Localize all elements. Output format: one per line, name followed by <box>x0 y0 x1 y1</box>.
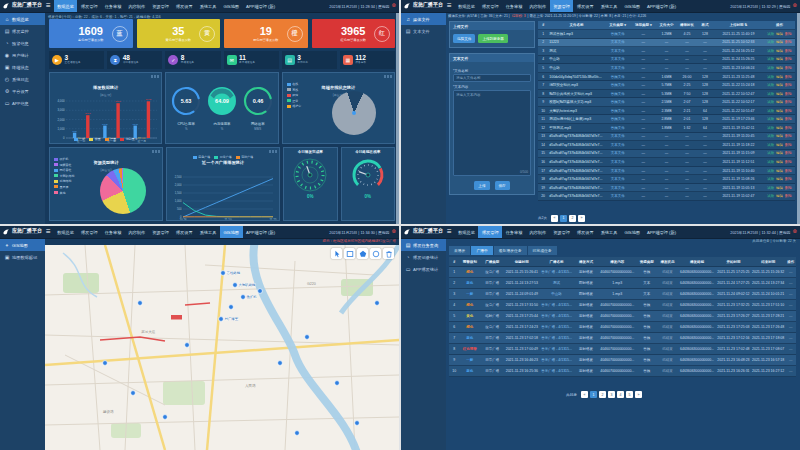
op-删除[interactable]: 删除 <box>785 177 792 181</box>
nav-item-6[interactable]: 播发设置 <box>573 0 597 12</box>
panel-corner-icon[interactable] <box>152 150 160 153</box>
op-编辑[interactable]: 编辑 <box>776 100 783 104</box>
op-试听[interactable]: 试听 <box>767 186 774 190</box>
map-marker[interactable] <box>185 343 190 348</box>
op-删除[interactable]: 删除 <box>785 92 792 96</box>
op-编辑[interactable]: 编辑 <box>776 117 783 121</box>
op-试听[interactable]: 试听 <box>767 109 774 113</box>
op-编辑[interactable]: 编辑 <box>776 32 783 36</box>
menu-toggle-icon[interactable]: ≡ <box>46 228 51 236</box>
page-button-«[interactable]: « <box>551 215 558 222</box>
map-marker[interactable] <box>138 301 143 306</box>
op-删除[interactable]: 删除 <box>785 117 792 121</box>
page-button-2[interactable]: 2 <box>569 215 576 222</box>
panel-corner-icon[interactable] <box>151 75 159 78</box>
op-试听[interactable]: 试听 <box>767 83 774 87</box>
op-编辑[interactable]: 编辑 <box>776 66 783 70</box>
text-content-textarea[interactable]: 请输入文本内容 0/500 <box>453 90 531 176</box>
sidebar-item-7[interactable]: ⚙平台设置 <box>0 85 45 97</box>
sidebar-item-4[interactable]: ◉用户统计 <box>0 49 45 61</box>
table-row-4[interactable]: 4中山路文本文件————2021-11-24 15:26:25试听编辑删除 <box>538 56 795 65</box>
op-删除[interactable]: 删除 <box>785 169 792 173</box>
menu-toggle-icon[interactable]: ≡ <box>447 228 452 236</box>
nav-item-7[interactable]: 系统工具 <box>597 226 621 238</box>
op-编辑[interactable]: 编辑 <box>776 169 783 173</box>
logout-icon[interactable]: ⊗ <box>391 3 396 9</box>
table-row-4[interactable]: 4橙色应急广播2021-11-23 17:31:50音乐广播 - 4/1315.… <box>449 300 796 311</box>
op-编辑[interactable]: 编辑 <box>776 177 783 181</box>
logout-icon[interactable]: ⊗ <box>391 229 396 235</box>
map-marker[interactable] <box>258 289 263 294</box>
op-试听[interactable]: 试听 <box>767 92 774 96</box>
sidebar-item-3[interactable]: ▭APP播发统计 <box>401 263 446 275</box>
table-row-6[interactable]: 6100dz04y3xbq7047134c38ut5fc...音频文件—1.6M… <box>538 73 795 82</box>
table-row-6[interactable]: 6橙色应急广播2021-11-23 17:24:23音乐广播 - 4/1315.… <box>449 322 796 333</box>
nav-item-5[interactable]: 资源管理 <box>149 0 173 12</box>
table-row-14[interactable]: 14d5a9cdf7ay737b4084b5f47d7e7...文本文件————… <box>538 141 795 150</box>
nav-item-1[interactable]: 数据总览 <box>455 0 479 12</box>
table-row-11[interactable]: 11测试hc两分钟(上党课).mp3音频文件—2.8MB2:011282021-… <box>538 115 795 124</box>
page-button-1[interactable]: 1 <box>590 391 597 398</box>
logout-icon[interactable]: ⊗ <box>792 3 797 9</box>
nav-item-3[interactable]: 任务审核 <box>502 226 526 238</box>
panel-corner-icon[interactable] <box>384 75 392 78</box>
op-删除[interactable]: 删除 <box>785 109 792 113</box>
map-marker[interactable] <box>163 415 168 420</box>
op-编辑[interactable]: 编辑 <box>776 49 783 53</box>
table-row-17[interactable]: 17d5a9cdf7ay737b4084b5f47d7e7...文本文件————… <box>538 167 795 176</box>
op-删除[interactable]: 删除 <box>785 186 792 190</box>
map-svg[interactable]: 滨河大道人民路建设路G220 音柱终端大喇叭终端收扩机村广播室 <box>45 245 399 450</box>
panel-corner-icon[interactable] <box>269 150 277 153</box>
nav-item-5[interactable]: 资源管理 <box>149 226 173 238</box>
map-marker[interactable] <box>375 301 380 306</box>
table-row-3[interactable]: 3一般日常广播2021-11-24 09:01:49中山路即时播发1.mp3文本… <box>449 289 796 300</box>
op-编辑[interactable]: 编辑 <box>776 134 783 138</box>
op-删除[interactable]: 删除 <box>785 57 792 61</box>
op-删除[interactable]: 删除 <box>785 151 792 155</box>
nav-item-3[interactable]: 任务审核 <box>502 0 526 12</box>
op-编辑[interactable]: 编辑 <box>776 40 783 44</box>
table-row-16[interactable]: 16d5a9cdf7ay737b4084b5f47d7e7...文本文件————… <box>538 158 795 167</box>
sidebar-item-2[interactable]: ▤播发监控 <box>0 25 45 37</box>
op-编辑[interactable]: 编辑 <box>776 109 783 113</box>
page-button-4[interactable]: 4 <box>617 391 624 398</box>
map-marker[interactable] <box>131 391 136 396</box>
nav-item-5[interactable]: 资源管理 <box>550 226 574 238</box>
map-marker[interactable] <box>241 295 246 300</box>
choose-file-button[interactable]: 选择文件 <box>453 34 475 43</box>
table-row-2[interactable]: 211223文本文件————2021-11-25 10:52:33试听编辑删除 <box>538 39 795 48</box>
nav-item-4[interactable]: 内容制作 <box>125 0 149 12</box>
op-试听[interactable]: 试听 <box>767 49 774 53</box>
op-删除[interactable]: 删除 <box>785 160 792 164</box>
op-编辑[interactable]: 编辑 <box>776 126 783 130</box>
table-row-2[interactable]: 2蓝色日常广播2021-11-24 13:27:53测试即时播发1.mp3文本已… <box>449 278 796 289</box>
op-编辑[interactable]: 编辑 <box>776 160 783 164</box>
op-编辑[interactable]: 编辑 <box>776 92 783 96</box>
table-row-8[interactable]: 8红色预警日常广播2021-11-23 17:00:49音乐广播 - 4/131… <box>449 344 796 355</box>
nav-item-1[interactable]: 数据总览 <box>455 226 479 238</box>
table-row-20[interactable]: 20d5a9cdf7ay737b4084b5f47d7e7...文本文件————… <box>538 192 795 201</box>
nav-item-9[interactable]: APP端管理 (新) <box>644 0 680 12</box>
page-button-«[interactable]: « <box>581 391 588 398</box>
op-编辑[interactable]: 编辑 <box>776 194 783 198</box>
page-button-1[interactable]: 1 <box>560 215 567 222</box>
op-删除[interactable]: 删除 <box>785 49 792 53</box>
upload-server-button[interactable]: 上传到服务器 <box>478 34 508 43</box>
map-marker[interactable] <box>219 317 224 322</box>
op-试听[interactable]: 试听 <box>767 177 774 181</box>
op-试听[interactable]: 试听 <box>767 194 774 198</box>
nav-item-1[interactable]: 数据总览 <box>54 226 78 238</box>
map-marker[interactable] <box>278 361 283 366</box>
nav-item-4[interactable]: 内容制作 <box>526 0 550 12</box>
map-marker[interactable] <box>305 335 310 340</box>
nav-item-3[interactable]: 任务审核 <box>101 226 125 238</box>
polygon-tool-icon[interactable] <box>357 248 368 259</box>
table-row-8[interactable]: 8预防公共场所火灾知识.mp3音频文件—5.3MB7:501282021-11-… <box>538 90 795 99</box>
nav-item-8[interactable]: GIS地图 <box>621 0 644 12</box>
map-marker[interactable] <box>229 305 234 310</box>
sidebar-item-1[interactable]: ⌂数据总览 <box>0 13 45 25</box>
pointer-tool-icon[interactable] <box>331 248 342 259</box>
op-删除[interactable]: 删除 <box>785 66 792 70</box>
nav-item-3[interactable]: 任务审核 <box>101 0 125 12</box>
table-row-5[interactable]: 5中山路文本文件————2021-11-23 14:06:24试听编辑删除 <box>538 64 795 73</box>
